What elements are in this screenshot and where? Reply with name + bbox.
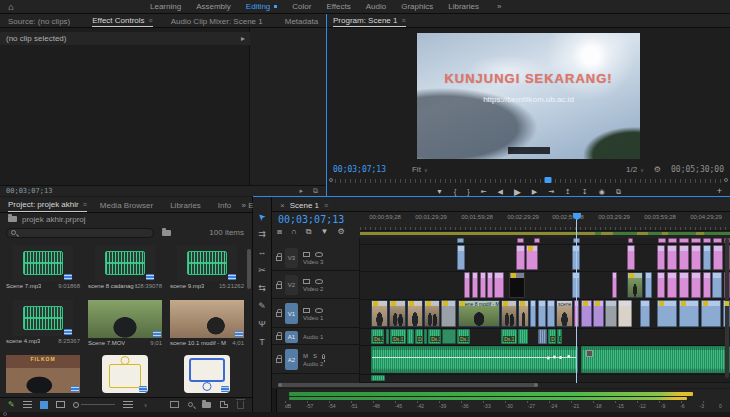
tool-button[interactable]: ⇉	[258, 229, 266, 240]
project-scrollbar[interactable]	[247, 249, 251, 289]
timeline-vertical-scrollbar[interactable]	[725, 238, 729, 378]
timeline-clip[interactable]	[424, 329, 427, 344]
timeline-clip[interactable]	[526, 245, 538, 270]
tool-button[interactable]: ✎	[258, 301, 266, 312]
home-icon[interactable]: ⌂	[0, 2, 22, 12]
track-header[interactable]: A1 M S Audio 1	[272, 329, 360, 345]
track-target-button[interactable]: V3	[285, 248, 298, 268]
tool-button[interactable]: T	[259, 337, 265, 348]
timeline-clip[interactable]	[530, 300, 536, 327]
timeline-clip[interactable]: Ds.1	[548, 329, 556, 344]
timeline-clip[interactable]	[679, 300, 699, 327]
timeline-clip[interactable]	[371, 346, 578, 373]
timeline-clip[interactable]	[657, 245, 665, 270]
timeline-clip[interactable]	[640, 300, 650, 327]
playback-resolution-dropdown[interactable]: 1/2∨	[626, 165, 644, 174]
timeline-clip[interactable]	[657, 272, 665, 298]
track-header[interactable]: V2 M S Video 2	[272, 272, 360, 299]
timeline-clip[interactable]	[691, 272, 701, 298]
timeline-clip[interactable]: Ds.1	[390, 329, 406, 344]
timeline-clip[interactable]	[593, 300, 604, 327]
timeline-clip[interactable]	[386, 329, 389, 344]
timeline-clip[interactable]	[691, 238, 701, 243]
timeline-clip[interactable]	[691, 245, 701, 270]
track-target-button[interactable]: V1	[285, 303, 298, 325]
clear-trash-icon[interactable]	[237, 401, 244, 409]
timeline-clip[interactable]	[703, 238, 711, 243]
sort-icons-icon[interactable]	[123, 401, 133, 408]
scrubber-handle-left[interactable]	[329, 178, 333, 182]
find-icon[interactable]	[188, 402, 193, 407]
tool-button[interactable]: ↔	[258, 247, 267, 258]
item-thumbnail[interactable]	[102, 355, 148, 393]
sync-lock-icon[interactable]	[303, 279, 310, 284]
timeline-clip[interactable]	[538, 300, 546, 327]
timeline-clip[interactable]	[581, 300, 592, 327]
timeline-clip[interactable]: scene 8 modif - M	[458, 300, 500, 327]
lock-icon[interactable]	[276, 358, 282, 363]
timeline-clip[interactable]: scene	[556, 300, 573, 327]
timeline-clip[interactable]	[667, 272, 677, 298]
panel-menu-icon[interactable]: ≡	[83, 201, 87, 208]
project-item[interactable]: scene 9.mp3 15:21262	[166, 242, 248, 297]
playhead-line[interactable]	[576, 217, 577, 383]
timeline-clip[interactable]	[679, 272, 689, 298]
item-thumbnail[interactable]	[88, 300, 162, 338]
timeline-clip[interactable]	[457, 245, 465, 270]
program-scrubber[interactable]	[335, 177, 722, 184]
panel-overflow-icon[interactable]: »	[242, 201, 246, 210]
timeline-clip[interactable]	[538, 329, 547, 344]
timeline-clip[interactable]	[518, 300, 529, 327]
timeline-clip[interactable]	[517, 238, 524, 243]
mute-button[interactable]: M	[303, 353, 308, 359]
timeline-clip[interactable]	[701, 300, 721, 327]
project-item[interactable]: scene 10.1 modif - Made... 4;01	[166, 297, 248, 352]
timeline-clip[interactable]	[547, 300, 555, 327]
workspace-tab[interactable]: Learning	[150, 2, 181, 11]
panel-tab[interactable]: Source: (no clips)	[8, 14, 74, 27]
timeline-toolbar-icon[interactable]: ⧉	[306, 227, 312, 237]
tool-button[interactable]: ➤	[258, 211, 266, 222]
timeline-clip[interactable]	[703, 245, 711, 270]
lock-icon[interactable]	[276, 284, 282, 289]
timeline-clip[interactable]	[494, 272, 504, 298]
automate-to-sequence-icon[interactable]	[170, 401, 179, 408]
timeline-clip[interactable]	[464, 272, 470, 298]
panel-tab[interactable]: Effect Controls≡	[92, 14, 152, 27]
panel-tab[interactable]: Metadata	[285, 14, 322, 27]
timeline-clip[interactable]	[657, 300, 677, 327]
scrubber-handle-right[interactable]	[724, 178, 728, 182]
timeline-clip[interactable]	[487, 272, 493, 298]
tool-button[interactable]: Ψ	[258, 319, 266, 330]
twirl-arrow-icon[interactable]: ▸	[241, 34, 245, 43]
item-thumbnail[interactable]	[13, 300, 73, 336]
project-item[interactable]: Scene 7.MOV 9;01	[84, 297, 166, 352]
tab-program[interactable]: Program: Scene 1≡	[333, 14, 406, 27]
item-name[interactable]: scene 9.mp3	[170, 283, 204, 289]
list-view-icon[interactable]	[23, 401, 32, 408]
timeline-toolbar-icon[interactable]: ⚙	[337, 227, 344, 237]
timeline-clip[interactable]	[627, 272, 643, 298]
timeline-clip[interactable]	[627, 245, 635, 270]
timeline-clip[interactable]	[442, 329, 456, 344]
item-name[interactable]: scene 8 cadanag bat...	[88, 283, 137, 289]
timeline-clip[interactable]	[667, 245, 677, 270]
timeline-clip[interactable]	[628, 238, 633, 243]
track-header[interactable]: V3 M S Video 3	[272, 245, 360, 271]
item-thumbnail[interactable]	[13, 245, 73, 281]
timeline-clip[interactable]	[371, 375, 385, 381]
workspace-tab[interactable]: Graphics	[401, 2, 433, 11]
workspace-tab[interactable]: Libraries	[448, 2, 479, 11]
timeline-clip[interactable]	[472, 272, 478, 298]
timeline-clip[interactable]	[534, 238, 540, 243]
timeline-clip[interactable]	[713, 245, 723, 270]
timeline-clip[interactable]	[518, 329, 528, 344]
new-item-icon[interactable]	[220, 401, 228, 408]
project-item[interactable]	[166, 352, 248, 394]
timeline-clip[interactable]	[516, 245, 525, 270]
workspace-tab[interactable]: Audio	[366, 2, 386, 11]
project-breadcrumb[interactable]: projek akhir.prproj	[0, 213, 252, 225]
wrench-icon[interactable]: ⚙	[654, 165, 661, 174]
scrollbar-handle[interactable]	[534, 383, 538, 387]
track-target-button[interactable]: A1	[285, 331, 298, 343]
